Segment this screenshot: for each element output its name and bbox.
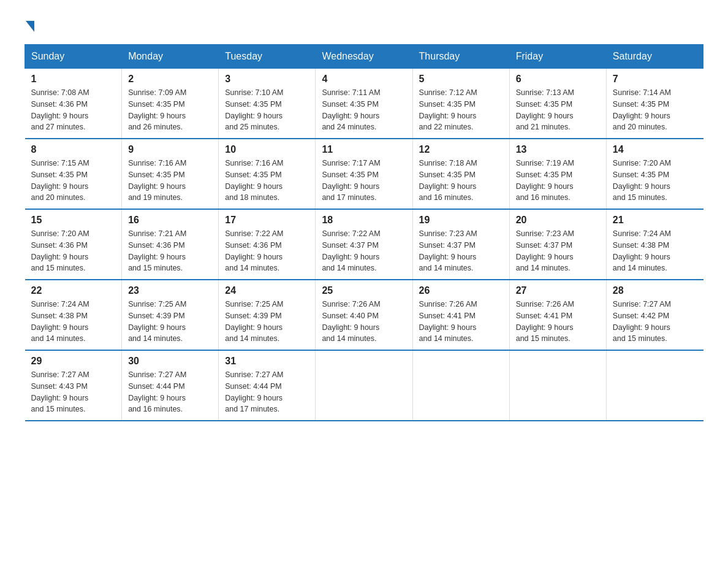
calendar-cell: 27 Sunrise: 7:26 AM Sunset: 4:41 PM Dayl…	[509, 280, 606, 350]
calendar-cell: 10 Sunrise: 7:16 AM Sunset: 4:35 PM Dayl…	[219, 139, 316, 209]
day-number: 30	[128, 356, 212, 367]
day-number: 15	[31, 215, 116, 226]
day-info: Sunrise: 7:16 AM Sunset: 4:35 PM Dayligh…	[225, 158, 309, 204]
day-number: 17	[225, 215, 309, 226]
calendar-cell: 13 Sunrise: 7:19 AM Sunset: 4:35 PM Dayl…	[509, 139, 606, 209]
day-number: 6	[516, 74, 600, 85]
day-info: Sunrise: 7:13 AM Sunset: 4:35 PM Dayligh…	[516, 87, 600, 133]
day-info: Sunrise: 7:19 AM Sunset: 4:35 PM Dayligh…	[516, 158, 600, 204]
day-info: Sunrise: 7:11 AM Sunset: 4:35 PM Dayligh…	[322, 87, 406, 133]
logo	[25, 18, 34, 32]
day-number: 3	[225, 74, 309, 85]
day-info: Sunrise: 7:12 AM Sunset: 4:35 PM Dayligh…	[419, 87, 503, 133]
calendar-table: SundayMondayTuesdayWednesdayThursdayFrid…	[25, 44, 703, 421]
day-info: Sunrise: 7:26 AM Sunset: 4:41 PM Dayligh…	[516, 299, 600, 345]
calendar-cell: 14 Sunrise: 7:20 AM Sunset: 4:35 PM Dayl…	[606, 139, 703, 209]
day-info: Sunrise: 7:15 AM Sunset: 4:35 PM Dayligh…	[31, 158, 116, 204]
day-info: Sunrise: 7:25 AM Sunset: 4:39 PM Dayligh…	[225, 299, 309, 345]
day-info: Sunrise: 7:16 AM Sunset: 4:35 PM Dayligh…	[128, 158, 212, 204]
calendar-cell: 4 Sunrise: 7:11 AM Sunset: 4:35 PM Dayli…	[316, 69, 412, 139]
week-row-3: 15 Sunrise: 7:20 AM Sunset: 4:36 PM Dayl…	[25, 209, 703, 280]
day-info: Sunrise: 7:25 AM Sunset: 4:39 PM Dayligh…	[128, 299, 212, 345]
day-info: Sunrise: 7:27 AM Sunset: 4:42 PM Dayligh…	[613, 299, 697, 345]
header-monday: Monday	[122, 45, 219, 69]
calendar-cell: 20 Sunrise: 7:23 AM Sunset: 4:37 PM Dayl…	[509, 209, 606, 280]
calendar-cell: 6 Sunrise: 7:13 AM Sunset: 4:35 PM Dayli…	[509, 69, 606, 139]
day-number: 31	[225, 356, 309, 367]
calendar-cell: 16 Sunrise: 7:21 AM Sunset: 4:36 PM Dayl…	[122, 209, 219, 280]
calendar-cell: 23 Sunrise: 7:25 AM Sunset: 4:39 PM Dayl…	[122, 280, 219, 350]
day-number: 8	[31, 144, 116, 155]
calendar-cell: 19 Sunrise: 7:23 AM Sunset: 4:37 PM Dayl…	[412, 209, 509, 280]
day-number: 1	[31, 74, 116, 85]
day-info: Sunrise: 7:09 AM Sunset: 4:35 PM Dayligh…	[128, 87, 212, 133]
calendar-cell: 29 Sunrise: 7:27 AM Sunset: 4:43 PM Dayl…	[25, 350, 122, 421]
day-info: Sunrise: 7:20 AM Sunset: 4:36 PM Dayligh…	[31, 228, 116, 274]
day-number: 20	[516, 215, 600, 226]
day-info: Sunrise: 7:23 AM Sunset: 4:37 PM Dayligh…	[419, 228, 503, 274]
week-row-2: 8 Sunrise: 7:15 AM Sunset: 4:35 PM Dayli…	[25, 139, 703, 209]
calendar-cell: 30 Sunrise: 7:27 AM Sunset: 4:44 PM Dayl…	[122, 350, 219, 421]
logo-arrow-icon	[26, 21, 34, 32]
calendar-cell: 26 Sunrise: 7:26 AM Sunset: 4:41 PM Dayl…	[412, 280, 509, 350]
day-info: Sunrise: 7:18 AM Sunset: 4:35 PM Dayligh…	[419, 158, 503, 204]
logo-general	[25, 18, 34, 32]
day-info: Sunrise: 7:24 AM Sunset: 4:38 PM Dayligh…	[613, 228, 697, 274]
day-number: 22	[31, 285, 116, 296]
day-number: 23	[128, 285, 212, 296]
day-number: 10	[225, 144, 309, 155]
calendar-cell: 1 Sunrise: 7:08 AM Sunset: 4:36 PM Dayli…	[25, 69, 122, 139]
day-info: Sunrise: 7:22 AM Sunset: 4:37 PM Dayligh…	[322, 228, 406, 274]
header-sunday: Sunday	[25, 45, 122, 69]
header-tuesday: Tuesday	[219, 45, 316, 69]
day-info: Sunrise: 7:23 AM Sunset: 4:37 PM Dayligh…	[516, 228, 600, 274]
day-info: Sunrise: 7:20 AM Sunset: 4:35 PM Dayligh…	[613, 158, 697, 204]
day-info: Sunrise: 7:26 AM Sunset: 4:40 PM Dayligh…	[322, 299, 406, 345]
day-number: 5	[419, 74, 503, 85]
calendar-cell: 15 Sunrise: 7:20 AM Sunset: 4:36 PM Dayl…	[25, 209, 122, 280]
day-info: Sunrise: 7:26 AM Sunset: 4:41 PM Dayligh…	[419, 299, 503, 345]
day-number: 4	[322, 74, 406, 85]
calendar-cell: 9 Sunrise: 7:16 AM Sunset: 4:35 PM Dayli…	[122, 139, 219, 209]
day-info: Sunrise: 7:22 AM Sunset: 4:36 PM Dayligh…	[225, 228, 309, 274]
day-number: 14	[613, 144, 697, 155]
day-info: Sunrise: 7:27 AM Sunset: 4:44 PM Dayligh…	[128, 369, 212, 415]
day-number: 12	[419, 144, 503, 155]
calendar-cell: 21 Sunrise: 7:24 AM Sunset: 4:38 PM Dayl…	[606, 209, 703, 280]
day-number: 11	[322, 144, 406, 155]
calendar-cell: 7 Sunrise: 7:14 AM Sunset: 4:35 PM Dayli…	[606, 69, 703, 139]
day-number: 27	[516, 285, 600, 296]
calendar-cell	[509, 350, 606, 421]
day-info: Sunrise: 7:14 AM Sunset: 4:35 PM Dayligh…	[613, 87, 697, 133]
day-number: 26	[419, 285, 503, 296]
day-info: Sunrise: 7:08 AM Sunset: 4:36 PM Dayligh…	[31, 87, 116, 133]
week-row-1: 1 Sunrise: 7:08 AM Sunset: 4:36 PM Dayli…	[25, 69, 703, 139]
calendar-cell: 17 Sunrise: 7:22 AM Sunset: 4:36 PM Dayl…	[219, 209, 316, 280]
day-info: Sunrise: 7:17 AM Sunset: 4:35 PM Dayligh…	[322, 158, 406, 204]
day-info: Sunrise: 7:24 AM Sunset: 4:38 PM Dayligh…	[31, 299, 116, 345]
day-info: Sunrise: 7:27 AM Sunset: 4:43 PM Dayligh…	[31, 369, 116, 415]
calendar-cell: 8 Sunrise: 7:15 AM Sunset: 4:35 PM Dayli…	[25, 139, 122, 209]
calendar-cell	[606, 350, 703, 421]
calendar-cell: 11 Sunrise: 7:17 AM Sunset: 4:35 PM Dayl…	[316, 139, 412, 209]
week-row-4: 22 Sunrise: 7:24 AM Sunset: 4:38 PM Dayl…	[25, 280, 703, 350]
page-header	[25, 18, 703, 32]
calendar-cell: 2 Sunrise: 7:09 AM Sunset: 4:35 PM Dayli…	[122, 69, 219, 139]
calendar-cell: 12 Sunrise: 7:18 AM Sunset: 4:35 PM Dayl…	[412, 139, 509, 209]
day-number: 16	[128, 215, 212, 226]
calendar-cell: 22 Sunrise: 7:24 AM Sunset: 4:38 PM Dayl…	[25, 280, 122, 350]
header-friday: Friday	[509, 45, 606, 69]
week-row-5: 29 Sunrise: 7:27 AM Sunset: 4:43 PM Dayl…	[25, 350, 703, 421]
calendar-header-row: SundayMondayTuesdayWednesdayThursdayFrid…	[25, 45, 703, 69]
header-thursday: Thursday	[412, 45, 509, 69]
day-number: 13	[516, 144, 600, 155]
day-number: 19	[419, 215, 503, 226]
calendar-cell: 24 Sunrise: 7:25 AM Sunset: 4:39 PM Dayl…	[219, 280, 316, 350]
calendar-cell: 18 Sunrise: 7:22 AM Sunset: 4:37 PM Dayl…	[316, 209, 412, 280]
day-info: Sunrise: 7:27 AM Sunset: 4:44 PM Dayligh…	[225, 369, 309, 415]
day-number: 9	[128, 144, 212, 155]
day-number: 24	[225, 285, 309, 296]
day-number: 28	[613, 285, 697, 296]
calendar-cell: 5 Sunrise: 7:12 AM Sunset: 4:35 PM Dayli…	[412, 69, 509, 139]
calendar-cell: 3 Sunrise: 7:10 AM Sunset: 4:35 PM Dayli…	[219, 69, 316, 139]
